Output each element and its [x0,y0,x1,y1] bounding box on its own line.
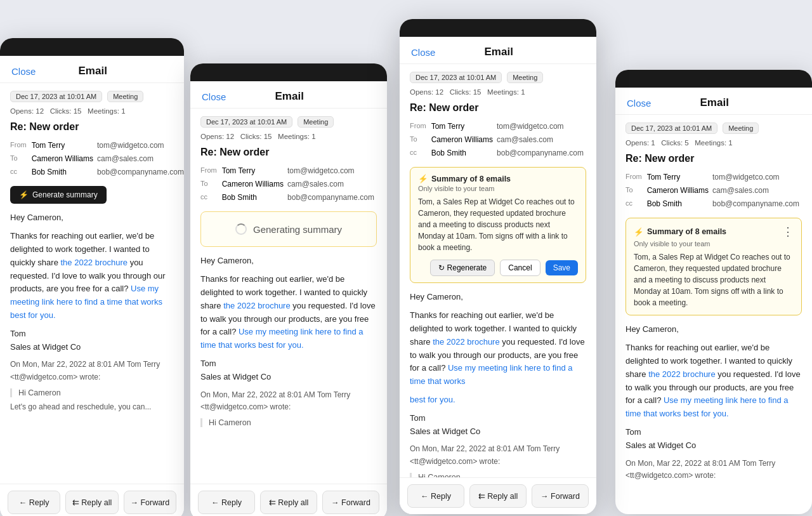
to-name: Cameron Williams [32,152,97,166]
brochure-link-4[interactable]: the 2022 brochure [648,369,716,379]
email-subject-1: Re: New order [10,121,174,133]
email-card-4: Close Email Dec 17, 2023 at 10:01 AM Mee… [615,70,812,514]
lightning-icon-1: ⚡ [19,190,29,199]
card-1-title: Email [79,65,107,77]
quoted-message-3: Hi Cameron [410,473,586,477]
close-button-3[interactable]: Close [411,47,435,58]
card-4-title: Email [700,96,729,109]
meta-row-4: Dec 17, 2023 at 10:01 AM Meeting [625,122,802,134]
card-3-body: Dec 17, 2023 at 10:01 AM Meeting Opens: … [400,64,596,477]
dots-menu-4[interactable]: ⋮ [782,225,794,239]
date-badge-3: Dec 17, 2023 at 10:01 AM [410,72,502,83]
body-p1-3: Thanks for reaching out earlier, we'd be… [410,309,586,388]
topbar-2 [190,63,387,81]
meeting-link-cont-3[interactable]: best for you. [410,395,455,404]
card-1-footer: ← Reply ⇇ Reply all → Forward [0,484,184,516]
reply-all-button-2[interactable]: ⇇ Reply all [260,491,317,514]
forward-button-1[interactable]: → Forward [124,491,176,514]
from-email-3: tom@widgetco.com [497,120,587,133]
reply-all-button-1[interactable]: ⇇ Reply all [65,491,118,514]
sign-2: TomSales at Widget Co [200,357,377,384]
summary-header-4: ⚡ Summary of 8 emails ⋮ [634,225,794,239]
card-4-header: Close Email [615,88,812,115]
sign-1: TomSales at Widget Co [10,327,174,354]
spinner-icon-2 [235,223,247,235]
summary-box-3: ⚡ Summary of 8 emails Only visible to yo… [410,167,586,283]
email-subject-2: Re: New order [200,147,377,158]
quoted-intro-2: On Mon, Mar 22, 2022 at 8:01 AM Tom Terr… [200,389,377,413]
to-email-4: cam@sales.com [712,184,803,197]
summary-text-4: Tom, a Sales Rep at Widget Co reaches ou… [634,251,794,308]
to-name-4: Cameron Williams [647,184,712,197]
forward-button-3[interactable]: → Forward [532,484,589,508]
quoted-message-2: Hi Cameron [200,418,377,427]
body-p1-1: Thanks for reaching out earlier, we'd be… [10,230,174,322]
save-button-3[interactable]: Save [546,260,578,275]
regenerate-button-3[interactable]: ↻ Regenerate [430,260,495,276]
recipients-table-4: From Tom Terry tom@widgetco.com To Camer… [625,171,803,210]
summary-subtitle-3: Only visible to your team [418,185,578,192]
generate-summary-button-1[interactable]: ⚡ Generate summary [10,186,107,204]
card-1-header: Close Email [0,56,184,83]
cc-email-3: bob@companyname.com [497,147,587,160]
to-row-4: To Cameron Williams cam@sales.com [625,184,803,197]
lightning-icon-3: ⚡ [418,174,428,183]
to-name-3: Cameron Williams [431,133,497,147]
close-button-1[interactable]: Close [11,66,36,77]
summary-box-4: ⚡ Summary of 8 emails ⋮ Only visible to … [625,218,802,315]
to-email: cam@sales.com [97,152,184,166]
from-name-4: Tom Terry [647,171,712,184]
body-best-3: best for you. [410,394,586,407]
summary-header-3: ⚡ Summary of 8 emails [418,174,578,183]
cc-name-4: Bob Smith [647,197,712,211]
from-label-3: From [410,120,431,133]
brochure-link-2[interactable]: the 2022 brochure [223,301,291,310]
card-4-body: Dec 17, 2023 at 10:01 AM Meeting Opens: … [615,115,812,514]
reply-button-3[interactable]: ← Reply [407,484,464,508]
brochure-link-3[interactable]: the 2022 brochure [433,337,500,347]
stats-row-3: Opens: 12 Clicks: 15 Meetings: 1 [410,88,586,96]
from-label: From [10,139,32,152]
meeting-badge-4: Meeting [723,122,759,134]
email-card-3: Close Email Dec 17, 2023 at 10:01 AM Mee… [400,19,596,514]
stats-row-2: Opens: 12 Clicks: 15 Meetings: 1 [200,133,377,140]
meta-row-3: Dec 17, 2023 at 10:01 AM Meeting [410,72,586,83]
to-email-2: cam@sales.com [287,178,378,191]
email-subject-4: Re: New order [625,153,802,164]
summary-text-3: Tom, a Sales Rep at Widget Co reaches ou… [418,196,578,253]
date-badge-2: Dec 17, 2023 at 10:01 AM [200,116,292,128]
quoted-message-1: Hi Cameron [10,388,174,397]
to-label-3: To [410,133,431,147]
to-row-2: To Cameron Williams cam@sales.com [200,178,378,191]
meeting-link-1[interactable]: Use my meeting link here to find a time … [10,284,162,320]
meeting-link-4[interactable]: Use my meeting link here to find a time … [625,395,789,418]
reply-all-button-3[interactable]: ⇇ Reply all [469,484,527,508]
lightning-icon-4: ⚡ [634,227,644,237]
card-3-footer: ← Reply ⇇ Reply all → Forward [400,477,596,514]
meeting-link-2[interactable]: Use my meeting link here to find a time … [200,327,363,350]
to-label: To [10,152,32,166]
email-subject-3: Re: New order [410,102,586,114]
email-card-1: Close Email Dec 17, 2023 at 10:01 AM Mee… [0,38,184,516]
card-2-body: Dec 17, 2023 at 10:01 AM Meeting Opens: … [190,109,387,484]
reply-button-2[interactable]: ← Reply [198,491,255,514]
brochure-link-1[interactable]: the 2022 brochure [60,258,128,267]
quoted-intro-1: On Mon, Mar 22, 2022 at 8:01 AM Tom Terr… [10,359,174,383]
cancel-button-3[interactable]: Cancel [500,260,540,276]
cc-email-2: bob@companyname.com [287,191,378,204]
quoted-extra-1: Let's go ahead and reschedule, you can..… [10,401,174,413]
from-email: tom@widgetco.com [97,139,184,152]
meeting-link-3[interactable]: Use my meeting link here to find a time … [410,363,573,386]
body-greeting-1: Hey Cameron, [10,211,174,225]
summary-title-4: ⚡ Summary of 8 emails [634,227,726,237]
reply-button-1[interactable]: ← Reply [8,491,60,514]
to-label-4: To [625,184,647,197]
sign-4: TomSales at Widget Co [625,426,802,453]
close-button-4[interactable]: Close [627,98,651,109]
topbar-4 [615,70,812,88]
generating-box-2: Generating summary [200,211,377,247]
close-button-2[interactable]: Close [202,91,226,102]
email-card-2: Close Email Dec 17, 2023 at 10:01 AM Mee… [190,63,387,516]
to-label-2: To [200,178,222,191]
forward-button-2[interactable]: → Forward [322,491,379,514]
